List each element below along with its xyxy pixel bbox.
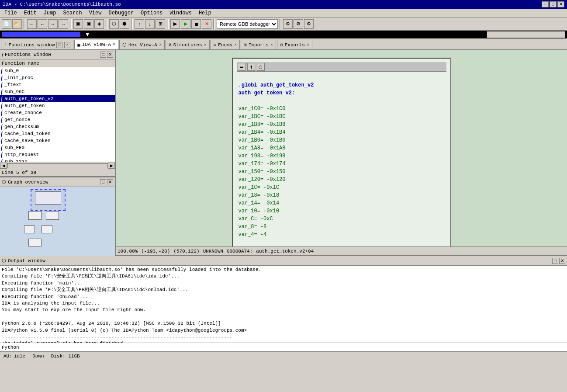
output-separator-1: ----------------------------------------… bbox=[2, 314, 565, 320]
function-list: f sub_0 f _init_proc f _ftext f sub_96C … bbox=[0, 67, 115, 162]
menu-options[interactable]: Options bbox=[138, 10, 165, 17]
func-hscroll[interactable]: ◀ ▶ bbox=[0, 162, 115, 169]
tab-functions-window[interactable]: f Functions window □ ✕ bbox=[1, 40, 73, 49]
toolbar-down[interactable]: ↓ bbox=[145, 19, 155, 29]
menu-help[interactable]: Help bbox=[196, 10, 214, 17]
functions-title-icon: f bbox=[2, 52, 3, 57]
toolbar-btn2[interactable]: ▣ bbox=[84, 19, 93, 29]
toolbar-back2[interactable]: ← bbox=[38, 19, 47, 29]
toolbar-stop[interactable]: ✕ bbox=[202, 19, 211, 29]
menu-view[interactable]: View bbox=[86, 10, 104, 17]
tab-imports[interactable]: ⊞ Imports ✕ bbox=[241, 40, 276, 49]
tab-exports-close[interactable]: ✕ bbox=[307, 43, 309, 47]
maximize-button[interactable]: □ bbox=[550, 1, 557, 7]
toolbar-open[interactable]: 📂 bbox=[12, 19, 22, 29]
nav-search-input[interactable] bbox=[487, 31, 565, 38]
title-bar: IDA - C:\Users\Snake\Documents\libauth.s… bbox=[0, 0, 567, 9]
menu-jump[interactable]: Jump bbox=[41, 10, 59, 17]
graph-close-button[interactable]: ✕ bbox=[107, 179, 113, 185]
toolbar-forward[interactable]: → bbox=[48, 19, 58, 29]
hscroll-right[interactable]: ▶ bbox=[108, 163, 115, 169]
tab-exports[interactable]: ⊟ Exports ✕ bbox=[277, 40, 312, 49]
toolbar-sep4 bbox=[131, 19, 133, 29]
output-content: File 'C:\Users\Snake\Documents\libauth.s… bbox=[0, 266, 567, 343]
menu-windows[interactable]: Windows bbox=[167, 10, 194, 17]
toolbar-sep6 bbox=[213, 19, 215, 29]
toolbar-dbg3[interactable]: ⚙ bbox=[304, 19, 314, 29]
tab-imports-close[interactable]: ✕ bbox=[270, 43, 273, 47]
func-item-get-nonce[interactable]: f get_nonce bbox=[0, 116, 115, 123]
toolbar-disasm[interactable]: ⬢ bbox=[120, 19, 129, 29]
coords: (-193,-28) bbox=[141, 249, 170, 254]
func-item-sub96c[interactable]: f sub_96C bbox=[0, 88, 115, 95]
tab-hex-icon: ⬡ bbox=[122, 42, 127, 48]
toolbar-ptr[interactable]: ▶ bbox=[170, 19, 180, 29]
func-icon: f bbox=[1, 124, 3, 130]
python-label: Python bbox=[2, 345, 19, 350]
func-item-auth-get-token-v2[interactable]: f auth_get_token_v2 bbox=[0, 95, 115, 102]
func-item-ftext[interactable]: f _ftext bbox=[0, 81, 115, 88]
tab-enums[interactable]: ≡ Enums ✕ bbox=[211, 40, 240, 49]
disasm-tb-btn1[interactable]: ⬅ bbox=[238, 63, 245, 71]
func-item-gen-checksum[interactable]: f gen_checksum bbox=[0, 123, 115, 130]
func-item-sub1230[interactable]: f sub_1230 bbox=[0, 158, 115, 162]
functions-title-text: Functions window bbox=[5, 52, 51, 57]
close-button[interactable]: ✕ bbox=[557, 1, 564, 7]
output-line-python: Python 2.6.6 (r266:84297, Aug 24 2010, 1… bbox=[2, 320, 565, 327]
disk-status: Disk: 11GB bbox=[51, 354, 80, 359]
tab-struct-close[interactable]: ✕ bbox=[204, 43, 207, 47]
func-item-auth-get-token[interactable]: f auth_get_token bbox=[0, 102, 115, 109]
menu-edit[interactable]: Edit bbox=[21, 10, 39, 17]
toolbar-dbg2[interactable]: ⚙ bbox=[294, 19, 303, 29]
func-icon: f bbox=[1, 131, 3, 137]
toolbar-sep7 bbox=[280, 19, 281, 29]
toolbar-run[interactable]: ▶ bbox=[181, 19, 190, 29]
toolbar-hex[interactable]: ⬡ bbox=[109, 19, 119, 29]
func-item-cache-save[interactable]: f cache_save_token bbox=[0, 137, 115, 144]
toolbar-back[interactable]: ← bbox=[27, 19, 37, 29]
menu-file[interactable]: File bbox=[2, 10, 20, 17]
toolbar-pause[interactable]: ⏹ bbox=[191, 19, 201, 29]
output-restore-button[interactable]: □ bbox=[552, 258, 558, 264]
disasm-box: ⬅ ⬆ ⬡ .globl auth_get_token_v2 auth_get_… bbox=[232, 58, 451, 246]
disasm-tb-btn3[interactable]: ⬡ bbox=[257, 63, 265, 71]
func-item-sub0[interactable]: f sub_0 bbox=[0, 67, 115, 74]
toolbar-forward2[interactable]: → bbox=[59, 19, 68, 29]
python-input-field[interactable] bbox=[21, 345, 565, 350]
output-close-button[interactable]: ✕ bbox=[559, 258, 565, 264]
tab-structures[interactable]: A Structures ✕ bbox=[166, 40, 210, 49]
func-icon: f bbox=[1, 68, 3, 74]
func-item-http-request[interactable]: f http_request bbox=[0, 151, 115, 158]
func-item-sub-fe0[interactable]: f sub_FE0 bbox=[0, 144, 115, 151]
graph-icon: ⬡ bbox=[2, 179, 6, 185]
minimize-button[interactable]: − bbox=[542, 1, 549, 7]
tab-ida-view-a-close[interactable]: ✕ bbox=[113, 42, 115, 47]
toolbar-ref[interactable]: ⊞ bbox=[156, 19, 165, 29]
toolbar-btn3[interactable]: ◈ bbox=[94, 19, 104, 29]
functions-panel-restore[interactable]: □ bbox=[100, 52, 106, 58]
graph-restore-button[interactable]: □ bbox=[100, 179, 106, 185]
toolbar-dbg1[interactable]: ⚙ bbox=[283, 19, 293, 29]
func-item-cache-load[interactable]: f cache_load_token bbox=[0, 130, 115, 137]
tab-hex-close[interactable]: ✕ bbox=[159, 43, 162, 47]
func-item-init-proc[interactable]: f _init_proc bbox=[0, 74, 115, 81]
functions-panel-close[interactable]: ✕ bbox=[107, 52, 113, 58]
tab-enums-close[interactable]: ✕ bbox=[234, 43, 237, 47]
tab-functions-icon: f bbox=[4, 42, 7, 48]
tab-hex-view-a[interactable]: ⬡ Hex View-A ✕ bbox=[119, 40, 165, 49]
tab-ida-view-a[interactable]: ▣ IDA View-A ✕ bbox=[74, 40, 118, 49]
tab-functions-close[interactable]: □ bbox=[56, 42, 62, 48]
toolbar-new[interactable]: 📄 bbox=[2, 19, 11, 29]
toolbar-up[interactable]: ↑ bbox=[135, 19, 144, 29]
tab-functions-x[interactable]: ✕ bbox=[64, 42, 70, 48]
debugger-select[interactable]: Remote GDB debugger bbox=[217, 19, 278, 29]
menu-debugger[interactable]: Debugger bbox=[106, 10, 136, 17]
func-item-create-cnonce[interactable]: f create_cnonce bbox=[0, 109, 115, 116]
ida-view-content[interactable]: ⬅ ⬆ ⬡ .globl auth_get_token_v2 auth_get_… bbox=[116, 50, 567, 246]
hscroll-left[interactable]: ◀ bbox=[0, 163, 7, 169]
menu-search[interactable]: Search bbox=[60, 10, 84, 17]
toolbar-btn1[interactable]: ▣ bbox=[73, 19, 83, 29]
graph-overview-title: ⬡ Graph overview □ ✕ bbox=[0, 177, 115, 187]
graph-viewport bbox=[31, 189, 66, 211]
disasm-tb-btn2[interactable]: ⬆ bbox=[247, 63, 255, 71]
